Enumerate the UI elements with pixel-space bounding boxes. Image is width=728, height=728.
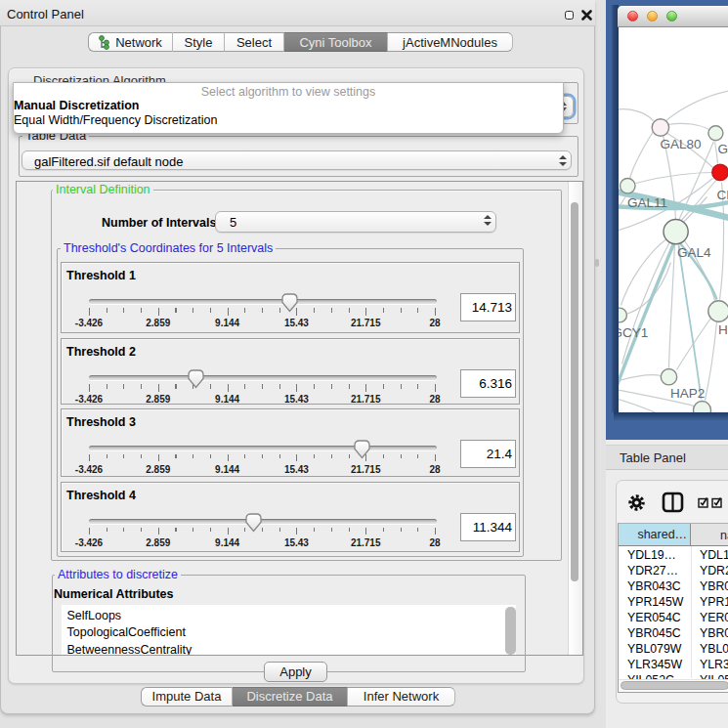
svg-text:GAL11: GAL11	[627, 194, 667, 209]
svg-text:CRP: CRP	[716, 187, 728, 201]
svg-text:HAP2: HAP2	[670, 385, 705, 400]
svg-text:HIS4: HIS4	[718, 321, 728, 336]
svg-text:GCY1: GCY1	[619, 324, 648, 339]
svg-text:GAL2: GAL2	[717, 141, 728, 155]
svg-text:GAL4: GAL4	[677, 244, 711, 259]
svg-text:GAL80: GAL80	[660, 136, 701, 150]
